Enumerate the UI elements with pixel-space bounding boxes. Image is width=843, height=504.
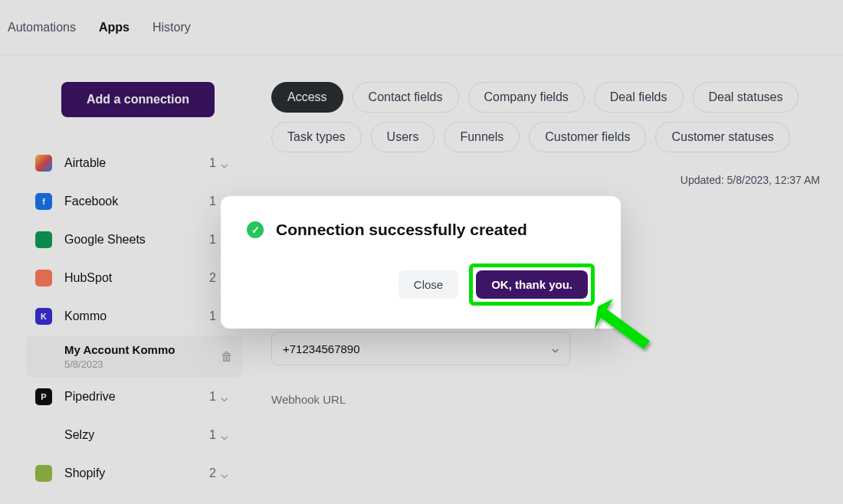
modal-title: Connection successfully created [276, 221, 527, 239]
success-check-icon: ✓ [247, 221, 264, 238]
ok-button-highlight: OK, thank you. [469, 263, 595, 306]
close-button[interactable]: Close [399, 270, 458, 299]
ok-button[interactable]: OK, thank you. [476, 270, 588, 299]
success-modal: ✓ Connection successfully created Close … [221, 196, 621, 329]
